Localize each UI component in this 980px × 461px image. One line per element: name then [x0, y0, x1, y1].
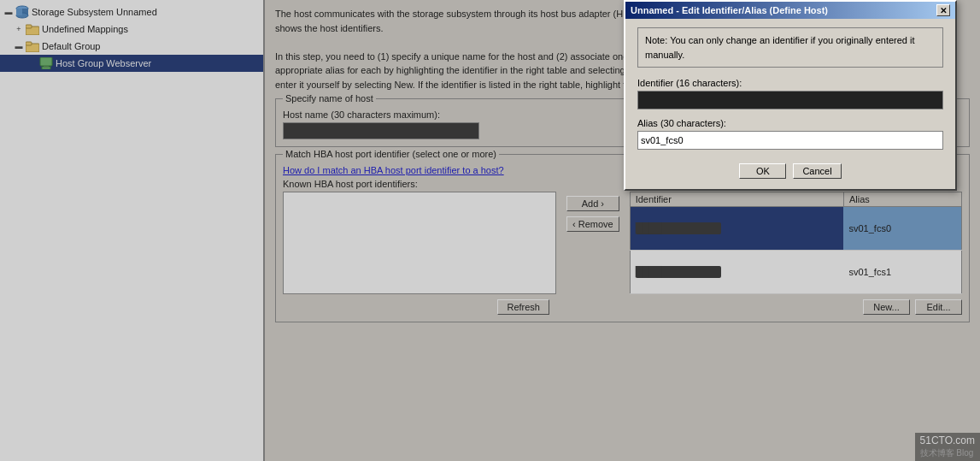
dialog-titlebar: Unnamed - Edit Identifier/Alias (Define …	[625, 2, 955, 19]
dialog-ok-button[interactable]: OK	[739, 163, 786, 179]
dialog-close-button[interactable]: ✕	[936, 4, 950, 16]
dialog-content: Note: You can only change an identifier …	[625, 19, 955, 189]
identifier-input[interactable]	[637, 91, 943, 109]
main-container: ▬ Storage Subsystem Unnamed + Undefined …	[0, 0, 980, 461]
alias-field-label: Alias (30 characters):	[637, 118, 943, 128]
dialog-cancel-button[interactable]: Cancel	[793, 163, 841, 179]
dialog-title: Unnamed - Edit Identifier/Alias (Define …	[631, 5, 828, 15]
close-icon: ✕	[940, 6, 947, 15]
identifier-field-label: Identifier (16 characters):	[637, 78, 943, 88]
dialog-buttons: OK Cancel	[637, 163, 943, 179]
edit-identifier-dialog: Unnamed - Edit Identifier/Alias (Define …	[624, 0, 957, 191]
dialog-note: Note: You can only change an identifier …	[637, 27, 943, 68]
alias-input[interactable]	[637, 131, 943, 150]
